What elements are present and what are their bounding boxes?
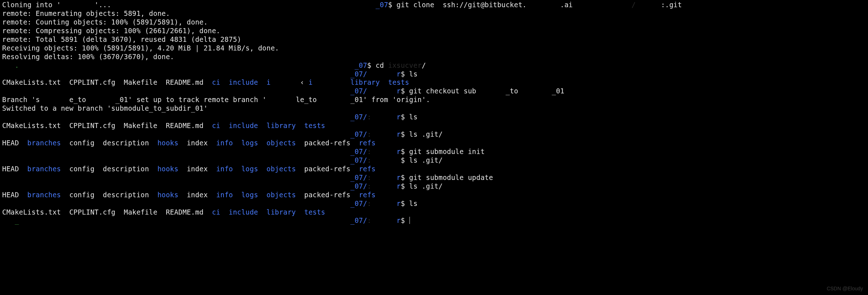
terminal-segment: i	[266, 78, 271, 86]
terminal-segment	[271, 78, 300, 86]
terminal-segment: git clone ssh://git@bitbucket.	[397, 1, 527, 9]
terminal-segment: ls	[409, 113, 417, 121]
terminal-cursor	[409, 217, 410, 224]
terminal-segment	[111, 1, 376, 9]
terminal-segment: index	[178, 191, 216, 199]
terminal-segment	[380, 78, 388, 86]
terminal-segment: ls .git/	[409, 130, 443, 138]
terminal-segment	[527, 1, 560, 9]
terminal-segment: remote: Enumerating objects: 5891, done.	[2, 9, 170, 17]
terminal-line: _07/: r$ ls	[2, 113, 866, 122]
terminal-segment	[2, 173, 350, 181]
terminal-segment	[258, 191, 266, 199]
terminal-line: Cloning into ' '... _07$ git clone ssh:/…	[2, 1, 866, 9]
terminal-segment: i	[309, 78, 313, 86]
terminal-segment: ci	[212, 208, 220, 216]
terminal-segment: ls .git/	[409, 182, 443, 190]
terminal-segment	[2, 216, 15, 224]
terminal-segment: objects	[266, 139, 296, 147]
terminal-segment	[61, 1, 94, 9]
terminal-segment: r	[397, 199, 401, 207]
terminal-segment: _07/	[350, 130, 367, 138]
terminal-segment: $	[401, 130, 409, 138]
terminal-segment: index	[178, 165, 216, 173]
terminal-segment: e_to	[69, 96, 86, 104]
terminal-line: CMakeLists.txt CPPLINT.cfg Makefile READ…	[2, 208, 866, 217]
terminal-segment: info	[216, 165, 233, 173]
terminal-segment: ls	[409, 199, 417, 207]
terminal-segment: tests	[388, 78, 409, 86]
terminal-segment: HEAD	[2, 139, 27, 147]
terminal-segment: $	[401, 87, 409, 95]
terminal-segment: info	[216, 191, 233, 199]
terminal-segment	[86, 96, 115, 104]
terminal-line: HEAD branches config description hooks i…	[2, 139, 866, 148]
terminal-segment: :	[367, 148, 397, 155]
terminal-segment: r	[397, 216, 401, 224]
terminal-segment: _	[15, 216, 19, 224]
terminal-segment: :	[367, 216, 397, 224]
terminal-segment: _07/	[350, 87, 367, 95]
terminal-segment: :.git	[661, 1, 682, 9]
terminal-segment	[367, 87, 397, 95]
terminal-segment	[258, 165, 266, 173]
terminal-segment: tests	[304, 122, 325, 129]
terminal-segment: :	[367, 130, 397, 138]
terminal-segment: hooks	[158, 191, 178, 199]
terminal-segment	[367, 70, 397, 78]
terminal-line: _07/ r$ ls	[2, 70, 866, 79]
terminal-segment: config description	[61, 139, 158, 147]
terminal-segment: CMakeLists.txt CPPLINT.cfg Makefile READ…	[2, 208, 212, 216]
terminal-segment: :	[367, 182, 397, 190]
terminal-segment: _01	[552, 87, 564, 95]
terminal-segment: remote: Compressing objects: 100% (2661/…	[2, 27, 220, 35]
terminal-segment: Cloning into '	[2, 1, 61, 9]
terminal-segment: hooks	[158, 165, 178, 173]
terminal-segment: _07/	[350, 173, 367, 181]
terminal-segment: git checkout sub	[409, 87, 476, 95]
terminal-segment: remote: Counting objects: 100% (5891/589…	[2, 18, 208, 26]
terminal-segment: $	[401, 156, 409, 164]
terminal-segment: library	[266, 122, 296, 129]
terminal-segment: refs	[359, 191, 376, 199]
terminal-segment: :	[367, 173, 397, 181]
terminal-segment	[258, 208, 266, 216]
terminal-segment	[296, 208, 304, 216]
terminal-segment	[233, 139, 241, 147]
terminal-line: _07/: $ ls .git/	[2, 156, 866, 165]
terminal-segment: r	[397, 70, 401, 78]
terminal-segment	[313, 78, 350, 86]
terminal-segment: packed-refs	[296, 165, 359, 173]
terminal-line: HEAD branches config description hooks i…	[2, 165, 866, 173]
terminal-segment: ls	[409, 70, 417, 78]
terminal-segment: git submodule update	[409, 173, 493, 181]
terminal-segment	[2, 130, 350, 138]
terminal-segment: :	[367, 156, 401, 164]
terminal-segment: _07/	[350, 156, 367, 164]
terminal-segment: ci	[212, 78, 220, 86]
terminal-segment: Receiving objects: 100% (5891/5891), 4.2…	[2, 44, 279, 52]
terminal-output[interactable]: Cloning into ' '... _07$ git clone ssh:/…	[0, 0, 868, 225]
terminal-line: _07/: r$ git submodule update	[2, 173, 866, 182]
terminal-segment	[2, 113, 350, 121]
terminal-segment: include	[229, 122, 258, 129]
terminal-segment: config description	[61, 165, 158, 173]
terminal-segment	[258, 122, 266, 129]
terminal-segment: r	[397, 173, 401, 181]
terminal-segment	[258, 139, 266, 147]
terminal-segment	[220, 122, 229, 129]
terminal-segment: /	[422, 61, 426, 69]
terminal-segment: _01' set up to track remote branch '	[115, 96, 266, 104]
terminal-segment: Resolving deltas: 100% (3670/3670), done…	[2, 53, 174, 61]
watermark-text: CSDN @Eloudy	[827, 286, 863, 292]
terminal-segment: _to	[506, 87, 518, 95]
terminal-segment	[296, 122, 304, 129]
terminal-segment	[2, 199, 350, 207]
terminal-segment	[233, 191, 241, 199]
terminal-segment: refs	[359, 139, 376, 147]
terminal-segment	[2, 156, 350, 164]
terminal-segment: :	[367, 113, 397, 121]
terminal-segment: tests	[304, 208, 325, 216]
terminal-segment: le_to	[296, 96, 317, 104]
terminal-segment	[2, 87, 350, 95]
